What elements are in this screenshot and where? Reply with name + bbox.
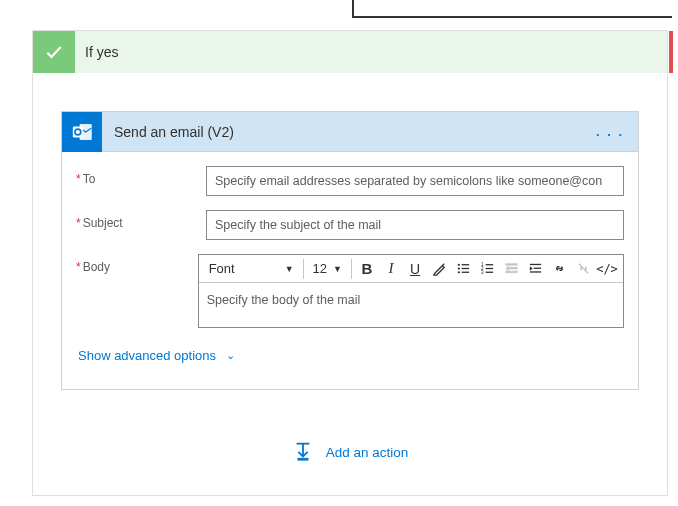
action-menu-dots[interactable]: . . . xyxy=(596,124,638,139)
svg-rect-21 xyxy=(533,268,541,269)
font-family-dropdown[interactable]: Font▼ xyxy=(203,256,300,282)
outlook-icon xyxy=(62,112,102,152)
italic-button[interactable]: I xyxy=(379,256,403,282)
outdent-button[interactable] xyxy=(499,256,523,282)
body-input[interactable]: Specify the body of the mail xyxy=(199,283,623,327)
add-action-label: Add an action xyxy=(326,445,409,460)
chevron-down-icon: ⌄ xyxy=(226,349,235,362)
bullet-list-button[interactable] xyxy=(451,256,475,282)
underline-button[interactable]: U xyxy=(403,256,427,282)
if-yes-container: If yes Send an email (V2) . . . *To *Sub… xyxy=(32,30,668,496)
svg-rect-13 xyxy=(485,268,493,269)
action-body: *To *Subject *Body Font▼ 12▼ xyxy=(62,152,638,389)
to-label: *To xyxy=(76,166,206,186)
svg-text:3: 3 xyxy=(480,270,483,275)
svg-marker-19 xyxy=(505,266,508,271)
condition-header[interactable]: If yes xyxy=(33,31,667,73)
subject-input[interactable] xyxy=(206,210,624,240)
chevron-down-icon: ▼ xyxy=(285,264,294,274)
to-input[interactable] xyxy=(206,166,624,196)
field-row-body: *Body Font▼ 12▼ B I U xyxy=(76,254,624,328)
font-size-dropdown[interactable]: 12▼ xyxy=(307,256,348,282)
svg-rect-20 xyxy=(529,264,540,265)
action-header[interactable]: Send an email (V2) . . . xyxy=(62,112,638,152)
number-list-button[interactable]: 123 xyxy=(475,256,499,282)
highlight-button[interactable] xyxy=(427,256,451,282)
svg-rect-5 xyxy=(461,264,469,265)
svg-rect-7 xyxy=(461,268,469,269)
subject-label: *Subject xyxy=(76,210,206,230)
svg-rect-11 xyxy=(485,264,493,265)
svg-point-6 xyxy=(457,267,459,269)
unlink-button[interactable] xyxy=(571,256,595,282)
bold-button[interactable]: B xyxy=(355,256,379,282)
action-title: Send an email (V2) xyxy=(102,124,596,140)
condition-title: If yes xyxy=(75,44,118,60)
body-label: *Body xyxy=(76,254,198,274)
svg-marker-23 xyxy=(529,266,532,271)
send-email-action-card: Send an email (V2) . . . *To *Subject *B… xyxy=(61,111,639,390)
link-button[interactable] xyxy=(547,256,571,282)
svg-point-4 xyxy=(457,264,459,266)
svg-rect-22 xyxy=(529,271,540,272)
check-icon xyxy=(33,31,75,73)
svg-rect-15 xyxy=(485,272,493,273)
indent-button[interactable] xyxy=(523,256,547,282)
add-action-icon xyxy=(292,440,314,465)
field-row-to: *To xyxy=(76,166,624,196)
editor-toolbar: Font▼ 12▼ B I U xyxy=(199,255,623,283)
code-view-button[interactable]: </> xyxy=(595,256,619,282)
rich-text-editor: Font▼ 12▼ B I U xyxy=(198,254,624,328)
chevron-down-icon: ▼ xyxy=(333,264,342,274)
svg-rect-16 xyxy=(505,264,516,265)
svg-rect-9 xyxy=(461,272,469,273)
partial-top-border xyxy=(352,0,672,18)
add-action-button[interactable]: Add an action xyxy=(33,440,667,465)
right-edge-indicator xyxy=(669,31,673,73)
svg-point-8 xyxy=(457,271,459,273)
svg-rect-17 xyxy=(509,268,517,269)
svg-rect-18 xyxy=(505,271,516,272)
field-row-subject: *Subject xyxy=(76,210,624,240)
show-advanced-options-link[interactable]: Show advanced options ⌄ xyxy=(76,342,237,369)
